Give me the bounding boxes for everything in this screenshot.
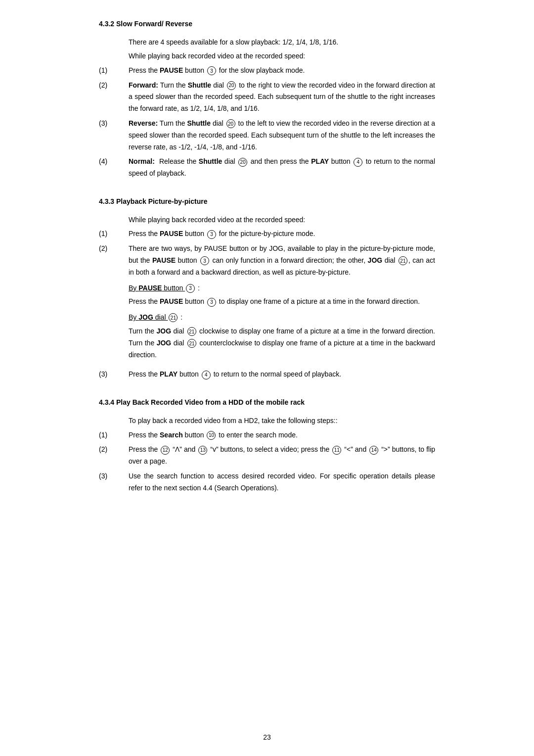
section-title-4-3-3: 4.3.3 Playback Picture-by-picture	[99, 197, 435, 205]
list-item: (3) Use the search function to access de…	[99, 471, 435, 494]
list-content: Press the PLAY button 4 to return to the…	[129, 369, 435, 380]
intro-text-2: While playing back recorded video at the…	[129, 50, 435, 61]
section-title-4-3-4: 4.3.4 Play Back Recorded Video from a HD…	[99, 398, 435, 406]
circle-4: 4	[202, 371, 211, 379]
circle-20: 20	[226, 119, 235, 128]
section-4-3-3: 4.3.3 Playback Picture-by-picture While …	[99, 197, 435, 380]
list-content: Press the PAUSE button 3 for the slow pl…	[129, 65, 435, 77]
sub-content-pause: Press the PAUSE button 3 to display one …	[129, 296, 435, 308]
list-item: (4) Normal: Release the Shuttle dial 20 …	[99, 156, 435, 180]
sub-content-jog: Turn the JOG dial 21 clockwise to displa…	[129, 326, 435, 361]
list-num: (3)	[99, 118, 129, 153]
list-content: Use the search function to access desire…	[129, 471, 435, 494]
list-content: Press the 12 “Λ” and 13 “v” buttons, to …	[129, 444, 435, 468]
circle-12: 12	[161, 446, 170, 455]
circle-13: 13	[198, 446, 207, 455]
circle-4: 4	[354, 158, 362, 167]
circle-3: 3	[186, 284, 195, 293]
list-num: (1)	[99, 228, 129, 240]
list-item: (3) Reverse: Turn the Shuttle dial 20 to…	[99, 118, 435, 153]
list-item: (1) Press the PAUSE button 3 for the pic…	[99, 228, 435, 240]
circle-3: 3	[207, 230, 216, 239]
list-content: Normal: Release the Shuttle dial 20 and …	[129, 156, 435, 180]
list-content: Reverse: Turn the Shuttle dial 20 to the…	[129, 118, 435, 153]
circle-20: 20	[238, 158, 247, 167]
circle-3: 3	[200, 256, 209, 265]
section-4-3-2: 4.3.2 Slow Forward/ Reverse There are 4 …	[99, 20, 435, 180]
sub-heading-pause: By PAUSE button 3 :	[129, 283, 435, 294]
list-item: (1) Press the Search button 10 to enter …	[99, 429, 435, 441]
list-content: Press the Search button 10 to enter the …	[129, 429, 435, 441]
circle-21: 21	[187, 327, 196, 336]
list-content: Press the PAUSE button 3 for the picture…	[129, 228, 435, 240]
page-number: 23	[69, 733, 465, 741]
list-item: (2) Press the 12 “Λ” and 13 “v” buttons,…	[99, 444, 435, 468]
circle-11: 11	[332, 446, 341, 455]
list-item: (2) Forward: Turn the Shuttle dial 20 to…	[99, 80, 435, 115]
intro-text-3: While playing back recorded video at the…	[129, 214, 435, 225]
list-num: (1)	[99, 429, 129, 441]
intro-text-1: There are 4 speeds available for a slow …	[129, 37, 435, 47]
section-title-4-3-2: 4.3.2 Slow Forward/ Reverse	[99, 20, 435, 28]
list-num: (2)	[99, 444, 129, 468]
list-num: (4)	[99, 156, 129, 180]
list-num: (3)	[99, 369, 129, 380]
list-num: (1)	[99, 65, 129, 77]
circle-3: 3	[207, 298, 216, 307]
list-num: (2)	[99, 243, 129, 366]
list-item: (2) There are two ways, by PAUSE button …	[99, 243, 435, 366]
circle-10: 10	[207, 431, 216, 440]
list-content: Forward: Turn the Shuttle dial 20 to the…	[129, 80, 435, 115]
intro-text-4: To play back a recorded video from a HD2…	[129, 415, 435, 426]
list-item: (1) Press the PAUSE button 3 for the slo…	[99, 65, 435, 77]
circle-21: 21	[187, 339, 196, 348]
list-content: There are two ways, by PAUSE button or b…	[129, 243, 435, 366]
sub-heading-jog: By JOG dial 21 :	[129, 312, 435, 324]
circle-20: 20	[227, 81, 236, 90]
circle-21: 21	[399, 256, 407, 265]
page: 4.3.2 Slow Forward/ Reverse There are 4 …	[69, 0, 465, 756]
list-num: (2)	[99, 80, 129, 115]
circle-3: 3	[207, 66, 216, 75]
list-num: (3)	[99, 471, 129, 494]
circle-21: 21	[169, 313, 178, 322]
list-item: (3) Press the PLAY button 4 to return to…	[99, 369, 435, 380]
circle-14: 14	[369, 446, 378, 455]
section-4-3-4: 4.3.4 Play Back Recorded Video from a HD…	[99, 398, 435, 494]
